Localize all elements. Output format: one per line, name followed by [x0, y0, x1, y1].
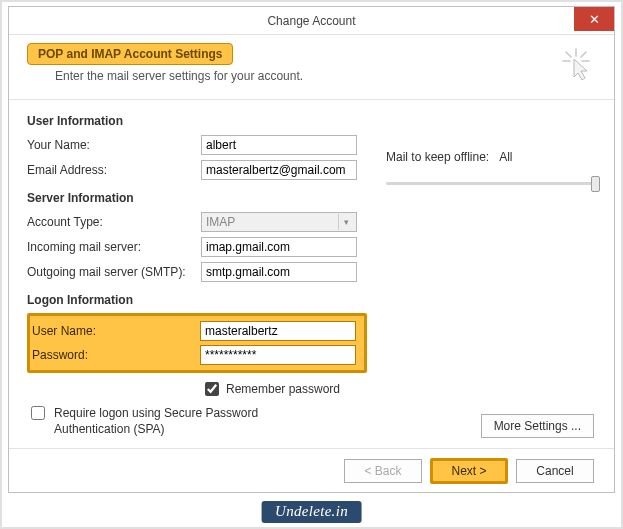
- titlebar: Change Account ✕: [9, 7, 614, 35]
- row-your-name: Your Name:: [27, 134, 368, 156]
- slider-track: [386, 182, 596, 185]
- logon-highlight-box: User Name: Password:: [27, 313, 367, 373]
- section-user-info: User Information: [27, 114, 368, 128]
- close-button[interactable]: ✕: [574, 7, 614, 31]
- label-outgoing: Outgoing mail server (SMTP):: [27, 265, 201, 279]
- spa-checkbox[interactable]: [31, 406, 45, 420]
- label-spa: Require logon using Secure Password Auth…: [54, 405, 334, 437]
- account-type-value: IMAP: [206, 215, 235, 229]
- slider-thumb[interactable]: [591, 176, 600, 192]
- mail-keep-slider[interactable]: [386, 174, 596, 194]
- dialog-footer: < Back Next > Cancel: [9, 448, 614, 492]
- label-account-type: Account Type:: [27, 215, 201, 229]
- chevron-down-icon: ▾: [338, 214, 354, 230]
- username-input[interactable]: [200, 321, 356, 341]
- window-title: Change Account: [9, 14, 614, 28]
- mail-keep-row: Mail to keep offline: All: [386, 150, 596, 164]
- row-password: Password:: [32, 344, 362, 366]
- cancel-button[interactable]: Cancel: [516, 459, 594, 483]
- label-remember: Remember password: [226, 382, 340, 396]
- label-your-name: Your Name:: [27, 138, 201, 152]
- row-incoming: Incoming mail server:: [27, 236, 368, 258]
- dialog-header: POP and IMAP Account Settings Enter the …: [9, 35, 614, 99]
- row-email: Email Address:: [27, 159, 368, 181]
- row-spa: Require logon using Secure Password Auth…: [27, 405, 368, 437]
- your-name-input[interactable]: [201, 135, 357, 155]
- remember-password-checkbox[interactable]: [205, 382, 219, 396]
- cursor-click-icon: [560, 47, 592, 83]
- row-username: User Name:: [32, 320, 362, 342]
- headline-callout: POP and IMAP Account Settings: [27, 43, 233, 65]
- header-subtitle: Enter the mail server settings for your …: [55, 69, 596, 83]
- label-email: Email Address:: [27, 163, 201, 177]
- row-outgoing: Outgoing mail server (SMTP):: [27, 261, 368, 283]
- email-input[interactable]: [201, 160, 357, 180]
- mail-keep-value: All: [499, 150, 512, 164]
- password-input[interactable]: [200, 345, 356, 365]
- back-button: < Back: [344, 459, 422, 483]
- svg-line-3: [566, 52, 571, 57]
- outgoing-server-input[interactable]: [201, 262, 357, 282]
- section-logon-info: Logon Information: [27, 293, 368, 307]
- label-password: Password:: [32, 348, 200, 362]
- more-settings-button[interactable]: More Settings ...: [481, 414, 594, 438]
- row-remember: Remember password: [201, 379, 368, 399]
- next-button[interactable]: Next >: [430, 458, 508, 484]
- label-incoming: Incoming mail server:: [27, 240, 201, 254]
- section-server-info: Server Information: [27, 191, 368, 205]
- dialog-body: User Information Your Name: Email Addres…: [9, 100, 614, 448]
- watermark: Undelete.in: [261, 501, 362, 523]
- label-mail-keep: Mail to keep offline:: [386, 150, 489, 164]
- close-icon: ✕: [589, 12, 600, 27]
- account-type-select[interactable]: IMAP ▾: [201, 212, 357, 232]
- left-column: User Information Your Name: Email Addres…: [27, 104, 368, 448]
- change-account-dialog: Change Account ✕ POP and IMAP Account Se…: [8, 6, 615, 493]
- label-username: User Name:: [32, 324, 200, 338]
- incoming-server-input[interactable]: [201, 237, 357, 257]
- right-column: Mail to keep offline: All: [368, 104, 596, 448]
- svg-line-4: [581, 52, 586, 57]
- row-account-type: Account Type: IMAP ▾: [27, 211, 368, 233]
